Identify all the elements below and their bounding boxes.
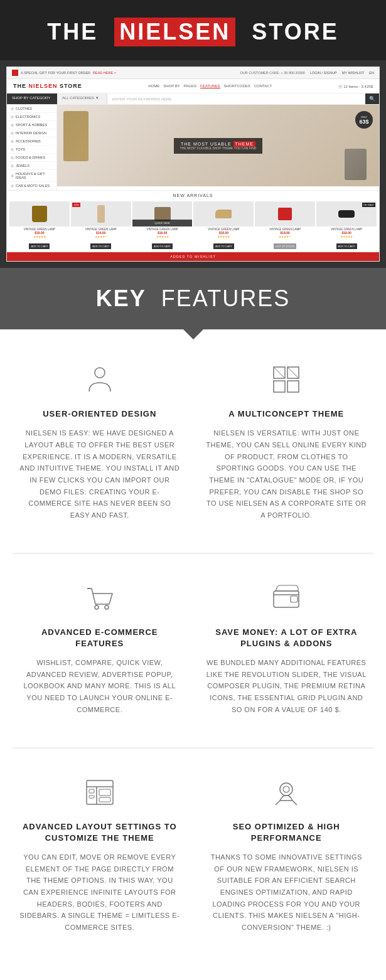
sidebar-item-car[interactable]: CAR & MOTO SALES xyxy=(7,182,56,190)
key-features-title: KEY FEATURES xyxy=(13,285,373,312)
mockup-hero: THE MOST USABLE THEME THE MOST FLEXIBLE … xyxy=(57,105,379,186)
product-4: VINTAGE GREEN LAMP $18.00 ★★★★★ ADD TO C… xyxy=(193,201,254,250)
new-arrivals-label: NEW ARRIVALS xyxy=(7,190,379,200)
key-features-banner: KEY FEATURES xyxy=(0,268,386,329)
hero-product-shape-1 xyxy=(63,111,88,161)
svg-rect-11 xyxy=(291,596,298,602)
key-suffix: FEATURES xyxy=(161,285,290,311)
product-6-add-cart[interactable]: ADD TO CART xyxy=(336,243,357,249)
feature-ecommerce-title: ADVANCED E-COMMERCE FEATURES xyxy=(19,627,181,649)
product-5-img xyxy=(255,201,315,226)
key-features-arrow xyxy=(181,327,206,339)
product-1-stars: ★★★★★ xyxy=(9,235,70,238)
svg-rect-12 xyxy=(87,780,113,804)
product-1-img xyxy=(9,201,70,226)
product-6-img: ON SALE xyxy=(316,201,377,226)
topbar-login[interactable]: LOGIN / SIGNUP xyxy=(310,71,337,75)
sidebar-item-sport[interactable]: SPORT & HOBBIES xyxy=(7,121,56,129)
topbar-customer-care: OUR CUSTOMER CARE: + 39 800.30300 xyxy=(240,71,305,75)
product-2-add-cart[interactable]: ADD TO CART xyxy=(90,243,111,249)
mockup-inner: A SPECIAL GIFT FOR YOUR FIRST ORDER READ… xyxy=(6,67,380,262)
svg-rect-17 xyxy=(99,789,110,796)
topbar-read-here[interactable]: READ HERE > xyxy=(93,71,116,75)
catbar-all-categories[interactable]: ALL CATEGORIES ▼ xyxy=(57,93,107,104)
quick-view-btn[interactable]: QUICK VIEW xyxy=(132,220,193,226)
svg-rect-18 xyxy=(99,797,110,802)
sidebar-item-electronics[interactable]: ELECTRONICS xyxy=(7,113,56,121)
features-section: USER-ORIENTED DESIGN NIELSEN IS EASY: WE… xyxy=(0,329,386,959)
mockup-products: VINTAGE GREEN LAMP $18.00 ★★★★★ ADD TO C… xyxy=(7,200,379,251)
gift-icon xyxy=(12,70,18,76)
topbar-gift-text: A SPECIAL GIFT FOR YOUR FIRST ORDER xyxy=(21,71,90,75)
sidebar-item-interior[interactable]: INTERIOR DESIGN xyxy=(7,129,56,137)
price-badge: ONLY 63$ xyxy=(355,111,373,129)
wallet-icon xyxy=(267,579,305,617)
cart-svg xyxy=(84,582,115,614)
product-4-img xyxy=(193,201,254,226)
feature-save-money: SAVE MONEY: A LOT OF EXTRA PLUGINS & ADD… xyxy=(200,573,374,722)
features-row-1: USER-ORIENTED DESIGN NIELSEN IS EASY: WE… xyxy=(13,354,373,553)
svg-rect-10 xyxy=(274,591,299,607)
product-6-badge: ON SALE xyxy=(362,203,375,207)
sidebar-item-toys[interactable]: TOYS xyxy=(7,146,56,154)
svg-point-8 xyxy=(105,605,109,609)
add-to-wishlist-bar[interactable]: ADDED TO WISHLIST xyxy=(7,252,379,261)
sidebar-item-accessories[interactable]: ACCESSORIES xyxy=(7,137,56,146)
layout-icon xyxy=(81,774,119,811)
feature-layout-desc: YOU CAN EDIT, MOVE OR REMOVE EVERY ELEME… xyxy=(19,851,181,934)
sidebar-item-foods[interactable]: FOODS & DRINKS xyxy=(7,154,56,162)
svg-point-0 xyxy=(95,368,105,378)
feature-multiconcept-desc: NIELSEN IS VERSATILE: WITH JUST ONE THEM… xyxy=(206,427,368,521)
mockup-cart[interactable]: 🛒 12 Items - 3.425$ xyxy=(338,84,373,88)
shoes-shape xyxy=(215,210,232,218)
mockup-main: CLOTHES ELECTRONICS SPORT & HOBBIES INTE… xyxy=(7,105,379,190)
product-3: QUICK VIEW VINTAGE GREEN LAMP $16.00 ★★★… xyxy=(132,201,193,250)
feature-ecommerce: ADVANCED E-COMMERCE FEATURES WISHLIST, C… xyxy=(13,573,187,722)
product-3-add-cart[interactable]: ADD TO CART xyxy=(152,243,173,249)
sidebar-item-holidays[interactable]: HOLIDAYS & GIFT IDEAS xyxy=(7,170,56,182)
header-highlight: NIELSEN xyxy=(114,18,235,46)
nav-contact[interactable]: CONTACT xyxy=(254,84,272,88)
nav-pages[interactable]: PAGES xyxy=(184,84,196,88)
product-5: VINTAGE GREEN LAMP $18.00 ★★★★☆ OUT OF S… xyxy=(255,201,315,250)
purse-shape xyxy=(278,208,292,220)
product-3-stars: ★★★★★ xyxy=(132,235,193,238)
layout-svg xyxy=(84,777,115,808)
cart-icon xyxy=(81,579,119,617)
hero-text-2: THE MOST FLEXIBLE SHOP THEME YOU CAN FIN… xyxy=(180,146,257,150)
product-2-img: -50% xyxy=(71,201,131,226)
nav-features[interactable]: FEATURES xyxy=(200,84,220,88)
wallet-svg xyxy=(271,582,302,614)
mockup-catbar: SHOP BY CATEGORY ALL CATEGORIES ▼ ENTER … xyxy=(7,93,379,105)
bag-shape xyxy=(32,206,47,222)
nav-shop[interactable]: SHOP BY xyxy=(163,84,180,88)
feature-save-money-desc: WE BUNDLED MANY ADDITIONAL FEATURES LIKE… xyxy=(206,657,368,715)
mockup-search[interactable]: ENTER YOUR KEYWORDS HERE xyxy=(107,93,365,104)
person-icon xyxy=(81,361,119,398)
hero-text-1: THE MOST USABLE THEME xyxy=(180,142,257,146)
feature-user-oriented-title: USER-ORIENTED DESIGN xyxy=(19,408,181,420)
topbar-lang[interactable]: EN xyxy=(369,71,374,75)
feature-user-oriented: USER-ORIENTED DESIGN NIELSEN IS EASY: WE… xyxy=(13,354,187,528)
header-title: THE NIELSEN STORE xyxy=(13,18,373,46)
header-section: THE NIELSEN STORE xyxy=(0,0,386,60)
seo-svg xyxy=(271,777,302,808)
header-suffix: STORE xyxy=(252,19,338,45)
topbar-wishlist[interactable]: MY WISHLIST xyxy=(342,71,365,75)
product-1: VINTAGE GREEN LAMP $18.00 ★★★★★ ADD TO C… xyxy=(9,201,70,250)
hero-product-shape-2 xyxy=(345,149,367,180)
feature-layout: ADVANCED LAYOUT SETTINGS TO CUSTOMIZE TH… xyxy=(13,767,187,940)
nav-shortcodes[interactable]: SHORTCODES xyxy=(224,84,250,88)
product-1-add-cart[interactable]: ADD TO CART xyxy=(29,243,50,249)
svg-rect-3 xyxy=(274,381,285,392)
product-3-img: QUICK VIEW xyxy=(132,201,193,226)
svg-rect-15 xyxy=(89,789,94,793)
nav-home[interactable]: HOME xyxy=(148,84,159,88)
search-button[interactable]: 🔍 xyxy=(365,93,379,104)
sidebar-item-clothes[interactable]: CLOTHES xyxy=(7,105,56,113)
feature-user-oriented-desc: NIELSEN IS EASY: WE HAVE DESIGNED A LAYO… xyxy=(19,427,181,521)
svg-point-20 xyxy=(283,786,289,792)
sidebar-item-jewels[interactable]: JEWELS xyxy=(7,162,56,170)
product-4-add-cart[interactable]: ADD TO CART xyxy=(213,243,234,249)
seo-icon xyxy=(267,774,305,811)
